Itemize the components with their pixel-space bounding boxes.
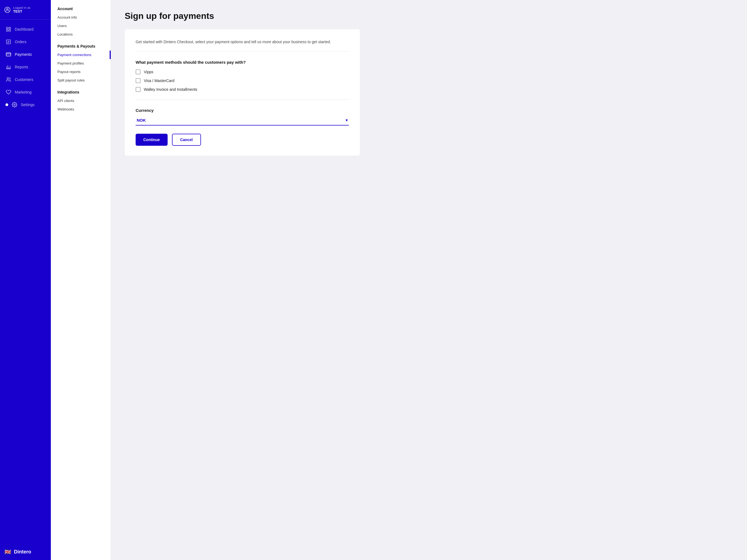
flag-icon: 🇬🇧 bbox=[4, 549, 11, 555]
payment-methods-checkboxes: Vipps Visa / MasterCard Walley Invoice a… bbox=[136, 70, 349, 100]
avatar bbox=[4, 7, 10, 13]
settings-dot bbox=[5, 103, 8, 106]
submenu-section-account: Account Account info Users Locations bbox=[51, 6, 111, 39]
submenu-item-payout-reports[interactable]: Payout reports bbox=[51, 68, 111, 76]
checkbox-visa-mastercard[interactable]: Visa / MasterCard bbox=[136, 78, 349, 83]
submenu-panel: Account Account info Users Locations Pay… bbox=[51, 0, 111, 560]
svg-point-17 bbox=[14, 104, 15, 105]
checkbox-label-walley: Walley Invoice and Installments bbox=[144, 87, 198, 92]
payment-methods-section: What payment methods should the customer… bbox=[136, 60, 349, 100]
user-section: Logged in as TEST bbox=[0, 0, 51, 20]
page-title: Sign up for payments bbox=[125, 11, 733, 21]
submenu-item-payment-profiles[interactable]: Payment profiles bbox=[51, 59, 111, 68]
sidebar-item-marketing[interactable]: Marketing bbox=[0, 86, 51, 98]
button-row: Continue Cancel bbox=[136, 134, 349, 146]
svg-point-16 bbox=[7, 78, 9, 80]
logged-in-label: Logged in as bbox=[13, 6, 30, 9]
currency-section: Currency NOK ▾ bbox=[136, 108, 349, 126]
svg-rect-3 bbox=[6, 30, 8, 31]
sidebar: Logged in as TEST Dashboard bbox=[0, 0, 51, 560]
dashboard-icon bbox=[5, 26, 11, 32]
cancel-button[interactable]: Cancel bbox=[172, 134, 201, 146]
svg-rect-2 bbox=[9, 27, 11, 29]
brand-name: Dintero bbox=[14, 549, 31, 555]
settings-icon bbox=[11, 102, 18, 108]
brand-footer: 🇬🇧 Dintero bbox=[0, 543, 51, 560]
submenu-item-users[interactable]: Users bbox=[51, 22, 111, 30]
payments-icon bbox=[5, 51, 11, 57]
payment-methods-question: What payment methods should the customer… bbox=[136, 60, 349, 65]
submenu-heading-account: Account bbox=[51, 6, 111, 13]
submenu-section-integrations: Integrations API clients Webhooks bbox=[51, 90, 111, 113]
submenu-item-locations[interactable]: Locations bbox=[51, 30, 111, 39]
checkbox-box-visa[interactable] bbox=[136, 78, 140, 83]
submenu-item-split-payout-rules[interactable]: Split payout rules bbox=[51, 76, 111, 84]
currency-value: NOK bbox=[137, 118, 146, 123]
svg-point-0 bbox=[6, 8, 8, 10]
user-info: Logged in as TEST bbox=[13, 6, 30, 14]
sidebar-item-label: Marketing bbox=[15, 90, 31, 94]
sidebar-item-label: Reports bbox=[15, 65, 28, 69]
submenu-item-account-info[interactable]: Account info bbox=[51, 13, 111, 22]
submenu-item-webhooks[interactable]: Webhooks bbox=[51, 105, 111, 113]
sidebar-item-orders[interactable]: Orders bbox=[0, 35, 51, 48]
main-content: Sign up for payments Get started with Di… bbox=[111, 0, 747, 560]
reports-icon bbox=[5, 64, 11, 70]
sidebar-item-reports[interactable]: Reports bbox=[0, 61, 51, 73]
checkbox-label-vipps: Vipps bbox=[144, 70, 153, 74]
signup-card: Get started with Dintero Checkout, selec… bbox=[125, 29, 360, 156]
user-name: TEST bbox=[13, 9, 30, 14]
currency-label: Currency bbox=[136, 108, 349, 113]
checkbox-vipps[interactable]: Vipps bbox=[136, 70, 349, 74]
sidebar-item-customers[interactable]: Customers bbox=[0, 73, 51, 86]
marketing-icon bbox=[5, 89, 11, 95]
submenu-section-payments-payouts: Payments & Payouts Payment connections P… bbox=[51, 44, 111, 84]
svg-rect-4 bbox=[9, 30, 11, 31]
svg-rect-1 bbox=[6, 27, 8, 29]
orders-icon bbox=[5, 39, 11, 45]
checkbox-label-visa: Visa / MasterCard bbox=[144, 78, 175, 83]
continue-button[interactable]: Continue bbox=[136, 134, 168, 146]
chevron-down-icon: ▾ bbox=[345, 118, 348, 123]
sidebar-item-label: Payments bbox=[15, 52, 32, 57]
sidebar-item-label: Dashboard bbox=[15, 27, 34, 31]
sidebar-item-settings-label[interactable]: Settings bbox=[21, 103, 35, 107]
sidebar-item-payments[interactable]: Payments bbox=[0, 48, 51, 61]
checkbox-box-vipps[interactable] bbox=[136, 70, 140, 74]
sidebar-nav: Dashboard Orders Payments bbox=[0, 20, 51, 543]
currency-select[interactable]: NOK ▾ bbox=[136, 116, 349, 126]
checkbox-walley[interactable]: Walley Invoice and Installments bbox=[136, 87, 349, 92]
customers-icon bbox=[5, 77, 11, 82]
sidebar-item-dashboard[interactable]: Dashboard bbox=[0, 23, 51, 35]
sidebar-item-label: Customers bbox=[15, 77, 33, 82]
card-description: Get started with Dintero Checkout, selec… bbox=[136, 39, 349, 52]
submenu-heading-integrations: Integrations bbox=[51, 90, 111, 97]
submenu-heading-payments-payouts: Payments & Payouts bbox=[51, 44, 111, 51]
submenu-item-payment-connections[interactable]: Payment connections bbox=[51, 51, 111, 59]
sidebar-item-label: Orders bbox=[15, 40, 27, 44]
checkbox-box-walley[interactable] bbox=[136, 87, 140, 92]
submenu-item-api-clients[interactable]: API clients bbox=[51, 97, 111, 105]
svg-rect-9 bbox=[6, 53, 11, 56]
